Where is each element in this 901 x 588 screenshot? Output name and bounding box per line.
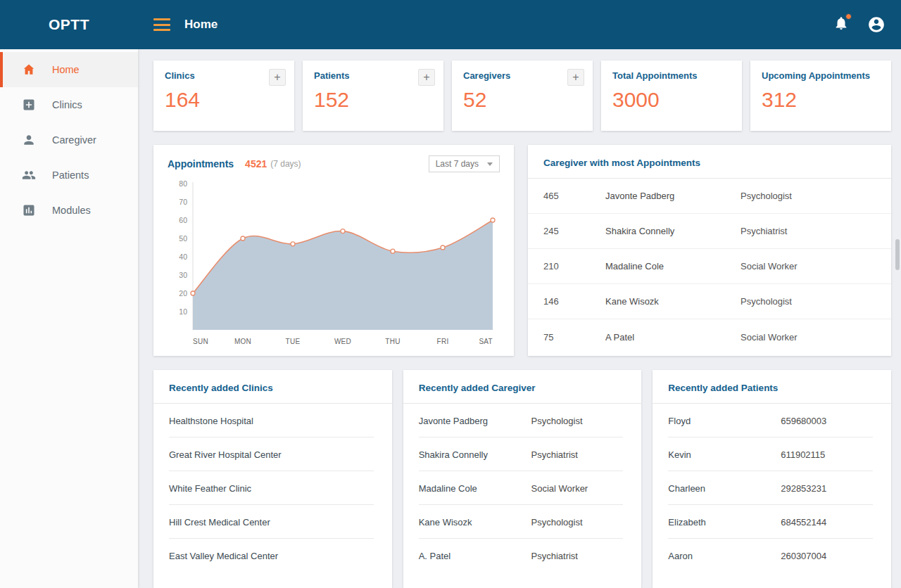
sidebar-item-clinics[interactable]: Clinics	[0, 87, 138, 122]
table-row[interactable]: 75 A Patel Social Worker	[528, 319, 891, 354]
caregiver-name: Shakira Connelly	[605, 226, 741, 236]
app-logo: OPTT	[49, 16, 89, 33]
list-item[interactable]: Hill Crest Medical Center	[169, 505, 374, 539]
clinic-name: East Valley Medical Center	[169, 551, 374, 561]
notifications-button[interactable]	[833, 15, 849, 34]
patient-phone: 684552144	[781, 517, 873, 528]
recent-clinics-card: Recently added Clinics Healthstone Hospi…	[153, 370, 392, 588]
panel-title: Recently added Patients	[653, 370, 891, 404]
caregiver-role: Social Worker	[741, 332, 876, 343]
sidebar-item-label: Home	[52, 64, 80, 75]
stat-label: Total Appointments	[612, 70, 731, 81]
stat-label: Upcoming Appointments	[762, 70, 880, 81]
list-item[interactable]: Javonte Padberg Psychologist	[419, 404, 624, 437]
svg-text:WED: WED	[334, 338, 351, 345]
stat-label: Patients	[314, 70, 432, 81]
clinic-name: Hill Crest Medical Center	[169, 517, 374, 528]
add-clinic-button[interactable]: +	[269, 69, 286, 86]
list-item[interactable]: Floyd 659680003	[668, 404, 873, 437]
list-item[interactable]: Madaline Cole Social Worker	[419, 471, 624, 505]
stat-label: Clinics	[165, 70, 283, 81]
main-content: Clinics 164 + Patients 152 + Caregivers …	[138, 49, 901, 588]
middle-row: Appointments 4521 (7 days) Last 7 days 1…	[153, 145, 891, 356]
topbar-actions	[833, 15, 886, 34]
appointments-area-chart: 1020304050607080SUNMONTUEWEDTHUFRISAT	[168, 178, 498, 350]
recent-caregivers-card: Recently added Caregiver Javonte Padberg…	[403, 370, 642, 588]
list-item[interactable]: Kane Wisozk Psychologist	[419, 505, 624, 539]
list-item[interactable]: Aaron 260307004	[668, 539, 873, 572]
list-item[interactable]: Charleen 292853231	[668, 471, 873, 505]
stat-card-caregivers: Caregivers 52 +	[452, 60, 593, 131]
caregiver-role: Social Worker	[531, 483, 624, 494]
clinic-name: Great River Hospital Center	[169, 449, 374, 460]
stats-row: Clinics 164 + Patients 152 + Caregivers …	[153, 60, 891, 131]
sidebar-item-caregiver[interactable]: Caregiver	[0, 122, 138, 158]
list-item[interactable]: Elizabeth 684552144	[668, 505, 873, 539]
stat-value: 3000	[612, 88, 731, 112]
svg-text:SUN: SUN	[193, 338, 208, 345]
caregiver-name: Javonte Padberg	[605, 191, 741, 201]
add-patient-button[interactable]: +	[418, 69, 435, 86]
patient-name: Kevin	[668, 449, 781, 460]
sidebar-item-home[interactable]: Home	[0, 52, 138, 87]
table-row[interactable]: 146 Kane Wisozk Psychologist	[528, 284, 891, 319]
avatar-icon	[867, 15, 886, 34]
clinic-name: White Feather Clinic	[169, 483, 374, 494]
sidebar-item-modules[interactable]: Modules	[0, 193, 138, 228]
list-item[interactable]: Great River Hospital Center	[169, 437, 374, 471]
brand-zone: OPTT	[0, 16, 138, 33]
stat-card-total-appointments: Total Appointments 3000	[601, 60, 742, 131]
sidebar-item-label: Caregiver	[52, 134, 96, 146]
list-item[interactable]: East Valley Medical Center	[169, 539, 374, 572]
svg-text:THU: THU	[385, 338, 400, 345]
patient-name: Elizabeth	[668, 517, 781, 528]
caregiver-name: A Patel	[605, 332, 741, 343]
add-caregiver-button[interactable]: +	[567, 69, 584, 86]
table-row[interactable]: 465 Javonte Padberg Psychologist	[528, 179, 891, 214]
notification-badge	[845, 13, 852, 20]
panel-title: Recently added Clinics	[153, 370, 392, 404]
hamburger-menu-icon[interactable]	[153, 18, 170, 31]
caregiver-name: Kane Wisozk	[605, 296, 741, 307]
svg-text:30: 30	[179, 271, 187, 279]
svg-text:40: 40	[179, 253, 187, 261]
svg-text:FRI: FRI	[436, 338, 448, 345]
caregiver-name: Javonte Padberg	[419, 416, 531, 426]
bar-chart-icon	[22, 203, 36, 217]
caregiver-role: Social Worker	[741, 261, 876, 271]
account-button[interactable]	[867, 15, 886, 34]
caregiver-name: A. Patel	[419, 551, 531, 561]
appointment-count: 75	[543, 332, 605, 343]
patient-name: Floyd	[668, 416, 781, 426]
list-item[interactable]: A. Patel Psychiatrist	[419, 539, 624, 572]
list-item[interactable]: Shakira Connelly Psychiatrist	[419, 437, 624, 471]
period-note: (7 days)	[270, 159, 301, 169]
page-title: Home	[184, 18, 218, 32]
svg-text:TUE: TUE	[286, 338, 301, 345]
chart-title: Appointments	[168, 158, 234, 170]
svg-text:MON: MON	[234, 338, 251, 345]
stat-label: Caregivers	[463, 70, 581, 81]
stat-card-clinics: Clinics 164 +	[153, 60, 294, 131]
recent-patients-card: Recently added Patients Floyd 659680003 …	[653, 370, 891, 588]
date-range-select[interactable]: Last 7 days	[429, 155, 500, 172]
svg-text:70: 70	[179, 198, 187, 206]
svg-text:60: 60	[179, 216, 187, 224]
list-item[interactable]: White Feather Clinic	[169, 471, 374, 505]
caregiver-name: Madaline Cole	[419, 483, 531, 494]
appointment-count: 245	[543, 226, 605, 236]
patient-phone: 260307004	[781, 551, 873, 561]
caregiver-name: Shakira Connelly	[419, 449, 531, 460]
stat-value: 152	[314, 88, 432, 112]
table-row[interactable]: 245 Shakira Connelly Psychiatrist	[528, 214, 891, 249]
list-item[interactable]: Healthstone Hospital	[169, 404, 374, 437]
caregiver-role: Psychologist	[741, 191, 876, 201]
appointments-chart-card: Appointments 4521 (7 days) Last 7 days 1…	[153, 145, 514, 356]
scrollbar-thumb[interactable]	[895, 239, 900, 270]
sidebar-item-patients[interactable]: Patients	[0, 158, 138, 193]
table-row[interactable]: 210 Madaline Cole Social Worker	[528, 249, 891, 284]
sidebar-item-label: Patients	[52, 170, 89, 181]
list-item[interactable]: Kevin 611902115	[668, 437, 873, 471]
caregiver-role: Psychiatrist	[531, 449, 624, 460]
caregiver-role: Psychologist	[531, 416, 624, 426]
